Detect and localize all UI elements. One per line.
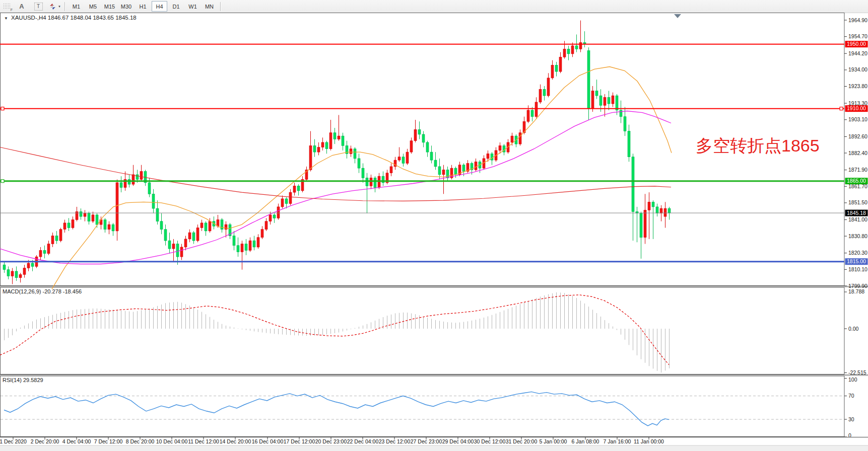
chart-canvas[interactable]: ▼ XAUUSD-,H4 1846.67 1848.04 1843.65 184…: [0, 13, 868, 451]
chart-shift-marker-icon[interactable]: [674, 14, 681, 18]
line-handle-icon[interactable]: [1, 180, 4, 183]
candle: [249, 241, 251, 250]
candle: [511, 136, 513, 142]
rsi-panel: RSI(14) 29.582910070300: [1, 377, 857, 438]
bottom-strip: [0, 445, 868, 451]
candle: [3, 265, 6, 270]
symbol-ohlc-header: XAUUSD-,H4 1846.67 1848.04 1843.65 1845.…: [11, 15, 137, 21]
price-badge-label: 1910.00: [847, 105, 866, 111]
candle: [571, 46, 574, 54]
candle: [551, 65, 554, 78]
rsi-line: [4, 392, 669, 426]
time-tick-label: 2 Dec 20:00: [31, 438, 59, 444]
time-tick-label: 5 Jan 00:00: [540, 438, 567, 444]
candle: [559, 57, 562, 71]
candle: [72, 220, 74, 228]
time-tick-label: 6 Jan 08:00: [572, 438, 599, 444]
price-tick-label: 1964.90: [848, 17, 867, 23]
annotation-text[interactable]: 多空转折点1865: [696, 136, 820, 155]
time-tick-label: 10 Dec 04:00: [156, 438, 188, 444]
candle: [454, 168, 457, 175]
timeframe-mn-button[interactable]: MN: [202, 1, 217, 12]
candle: [27, 263, 30, 268]
candle: [92, 215, 94, 221]
timeframe-m5-button[interactable]: M5: [85, 1, 101, 12]
timeframe-h4-button[interactable]: H4: [152, 1, 167, 12]
candle: [309, 145, 312, 170]
candle: [579, 43, 582, 49]
text-label-tool-button[interactable]: T: [32, 1, 45, 12]
candle: [120, 183, 122, 188]
candle: [172, 244, 175, 249]
candle: [591, 91, 594, 109]
price-tick-label: 1851.50: [848, 199, 867, 205]
candle: [269, 215, 272, 221]
candle: [587, 51, 590, 109]
candle: [390, 167, 392, 173]
candle: [289, 192, 292, 203]
macd-scale-label: 0.00: [848, 326, 859, 332]
timeframe-m30-button[interactable]: M30: [118, 1, 134, 12]
candle: [628, 131, 630, 157]
time-tick-label: 22 Dec 04:00: [347, 438, 379, 444]
candle: [442, 170, 445, 175]
candle: [132, 175, 135, 184]
price-badge-label: 1865.00: [847, 178, 866, 184]
rsi-label: RSI(14) 29.5829: [3, 377, 43, 383]
candle: [317, 147, 320, 153]
candle: [620, 110, 622, 117]
candle: [277, 207, 280, 218]
candle: [176, 244, 179, 257]
candle: [128, 180, 130, 185]
price-badge-label: 1845.18: [847, 210, 866, 216]
candle: [96, 215, 98, 224]
candle: [354, 149, 356, 159]
grip-f-label: F: [11, 8, 13, 12]
candle: [462, 165, 465, 172]
timeframe-d1-button[interactable]: D1: [168, 1, 184, 12]
candle: [43, 250, 46, 253]
candle: [297, 186, 300, 191]
candle: [575, 46, 578, 49]
candle: [140, 172, 143, 180]
candle: [656, 207, 658, 213]
timeframe-m15-button[interactable]: M15: [102, 1, 117, 12]
text-box-icon: T: [34, 3, 43, 11]
candle: [281, 199, 284, 207]
candle: [595, 91, 598, 96]
timeframe-m1-button[interactable]: M1: [69, 1, 84, 12]
candle: [599, 96, 602, 105]
candle: [531, 110, 533, 117]
time-tick-label: 30 Dec 12:00: [474, 438, 506, 444]
candle: [209, 221, 211, 231]
candle: [180, 247, 183, 257]
symbol-dropdown-icon[interactable]: ▼: [4, 16, 8, 21]
line-handle-icon[interactable]: [1, 107, 4, 110]
timeframe-h1-button[interactable]: H1: [135, 1, 151, 12]
candle: [543, 89, 546, 96]
candle: [51, 236, 54, 244]
price-tick-label: 1820.30: [848, 250, 867, 256]
candle: [430, 152, 433, 160]
candle: [217, 220, 219, 227]
rsi-scale-label: 70: [848, 393, 854, 399]
price-tick-label: 1799.90: [848, 283, 867, 289]
line-handle-icon[interactable]: [840, 107, 843, 110]
arrows-tool-button[interactable]: ▼: [48, 1, 61, 12]
macd-panel: MACD(12,26,9) -20.278 -18.45618.7880.00-…: [0, 288, 866, 375]
candle: [644, 210, 646, 237]
price-tick-label: 1892.60: [848, 133, 867, 139]
macd-scale-label: -22.515: [848, 369, 866, 375]
font-tool-button[interactable]: A: [15, 1, 28, 12]
time-tick-label: 14 Dec 20:00: [220, 438, 251, 444]
candle: [668, 208, 671, 213]
candle: [245, 244, 247, 251]
time-axis[interactable]: 1 Dec 20202 Dec 20:004 Dec 04:007 Dec 12…: [0, 437, 868, 445]
candle: [660, 208, 662, 213]
timeframe-w1-button[interactable]: W1: [185, 1, 201, 12]
candle: [201, 223, 203, 228]
candle: [313, 145, 316, 152]
candle: [241, 244, 243, 252]
candle: [59, 230, 62, 241]
toolbar-separator: [220, 2, 221, 11]
